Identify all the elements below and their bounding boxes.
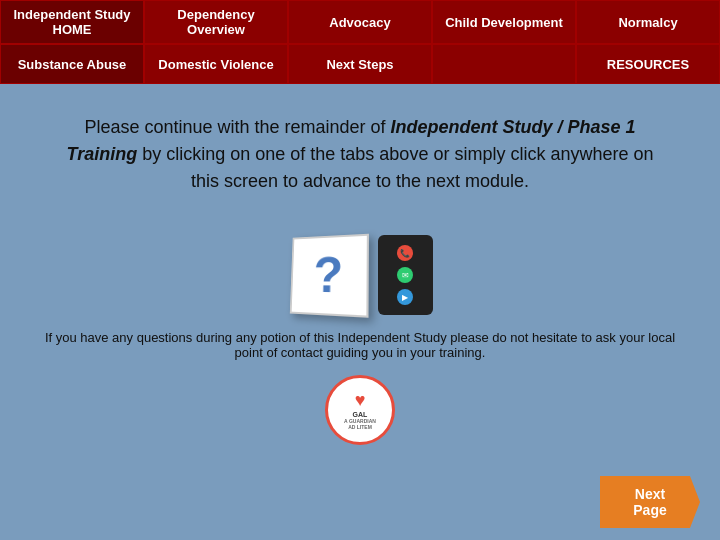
navigation-bar: Independent Study HOME Dependency Overvi… — [0, 0, 720, 84]
logo-heart-icon: ♥ — [355, 390, 366, 411]
main-content: Please continue with the remainder of In… — [0, 84, 720, 215]
nav-substance-abuse[interactable]: Substance Abuse — [0, 44, 144, 84]
nav-home[interactable]: Independent Study HOME — [0, 0, 144, 44]
main-paragraph: Please continue with the remainder of In… — [60, 114, 660, 195]
nav-advocacy[interactable]: Advocacy — [288, 0, 432, 44]
footer-text: If you have any questions during any pot… — [0, 330, 720, 360]
nav-empty — [432, 44, 576, 84]
nav-domestic-violence[interactable]: Domestic Violence — [144, 44, 288, 84]
image-area: ? 📞 ✉ ▶ — [0, 235, 720, 315]
phone-row-1: 📞 — [397, 245, 413, 261]
nav-normalcy[interactable]: Normalcy — [576, 0, 720, 44]
phone-row-2: ✉ — [397, 267, 413, 283]
question-cube-image: ? — [289, 234, 368, 318]
phone-row-3: ▶ — [397, 289, 413, 305]
phone-icon-phone: 📞 — [397, 245, 413, 261]
nav-next-steps[interactable]: Next Steps — [288, 44, 432, 84]
nav-dependency[interactable]: Dependency Overview — [144, 0, 288, 44]
logo-area: ♥ GAL A GUARDIANAD LITEM — [0, 375, 720, 445]
phone-image: 📞 ✉ ▶ — [378, 235, 433, 315]
phone-icon-message: ✉ — [397, 267, 413, 283]
nav-resources[interactable]: RESOURCES — [576, 44, 720, 84]
gal-logo: ♥ GAL A GUARDIANAD LITEM — [325, 375, 395, 445]
logo-text: GAL A GUARDIANAD LITEM — [344, 411, 376, 430]
next-page-button[interactable]: Next Page — [600, 476, 700, 528]
nav-child-development[interactable]: Child Development — [432, 0, 576, 44]
phone-icon-app: ▶ — [397, 289, 413, 305]
